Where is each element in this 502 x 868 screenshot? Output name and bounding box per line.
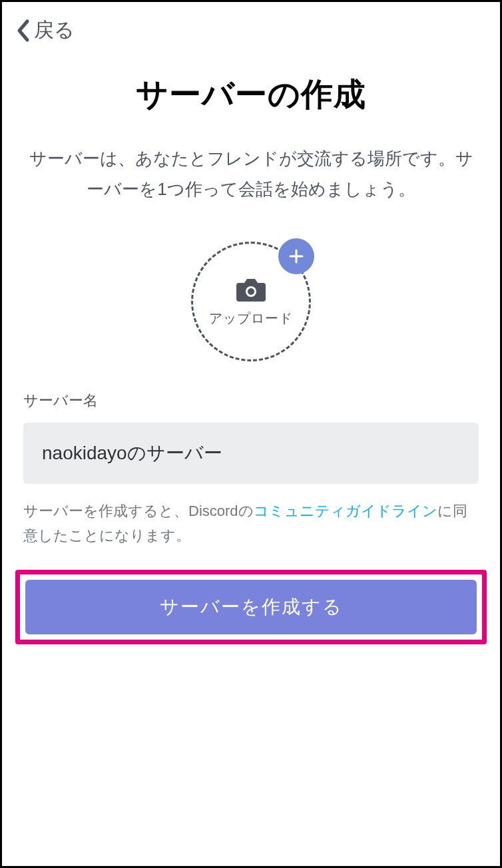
create-server-button[interactable]: サーバーを作成する [25, 580, 477, 634]
server-name-input[interactable] [23, 423, 479, 484]
svg-point-1 [248, 288, 254, 295]
guidelines-disclaimer: サーバーを作成すると、Discordのコミュニティガイドラインに同意したことにな… [23, 499, 479, 548]
upload-label: アップロード [209, 310, 293, 327]
create-button-highlight: サーバーを作成する [15, 570, 487, 644]
disclaimer-prefix: サーバーを作成すると、Discordの [23, 503, 254, 519]
chevron-left-icon [15, 19, 30, 43]
page-title: サーバーの作成 [2, 73, 500, 116]
upload-image-button[interactable]: アップロード [191, 242, 311, 361]
camera-icon [235, 276, 267, 303]
back-label: 戻る [34, 17, 75, 44]
back-button[interactable]: 戻る [2, 2, 500, 44]
server-name-label: サーバー名 [23, 391, 479, 411]
page-subtitle: サーバーは、あなたとフレンドが交流する場所です。サーバーを1つ作って会話を始めま… [29, 144, 473, 204]
community-guidelines-link[interactable]: コミュニティガイドライン [254, 503, 437, 519]
plus-icon [278, 238, 314, 274]
